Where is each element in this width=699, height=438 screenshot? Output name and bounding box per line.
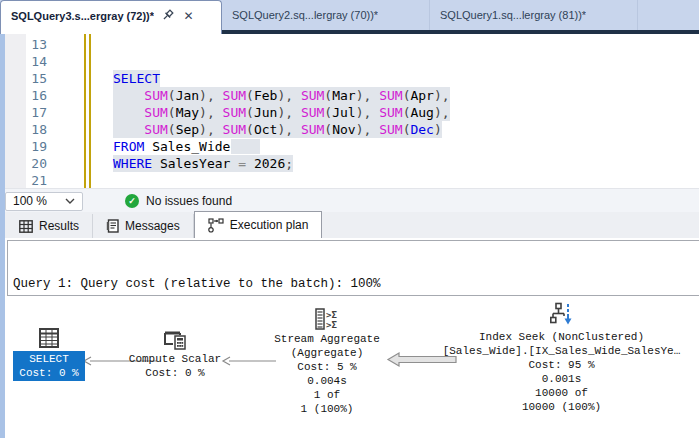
plan-node-compute-scalar[interactable]: Compute ScalarCost: 0 % xyxy=(113,330,237,380)
tab-results-label: Results xyxy=(39,219,79,233)
execution-plan-pane: Query 1: Query cost (relative to the bat… xyxy=(0,238,699,438)
code-line[interactable]: 13 xyxy=(0,36,699,53)
svg-text:>Σ: >Σ xyxy=(326,310,337,320)
line-number: 14 xyxy=(0,53,47,70)
plan-diagram: SELECTCost: 0 %Compute ScalarCost: 0 %>Σ… xyxy=(0,300,699,438)
zoom-level-value: 100 % xyxy=(13,194,47,208)
line-number: 19 xyxy=(0,138,47,155)
pin-icon[interactable] xyxy=(160,8,175,23)
line-number: 20 xyxy=(0,155,47,172)
execution-plan-icon xyxy=(208,218,224,233)
tab-sqlquery1-label: SQLQuery1.sq...lergray (81))* xyxy=(440,9,586,21)
code-line[interactable]: 21 xyxy=(0,172,699,188)
plan-header[interactable]: Query 1: Query cost (relative to the bat… xyxy=(7,240,699,296)
plan-query-cost-line: Query 1: Query cost (relative to the bat… xyxy=(13,276,699,292)
tab-sqlquery1[interactable]: SQLQuery1.sq...lergray (81))* xyxy=(430,0,638,30)
code-text: SUM(Jan), SUM(Feb), SUM(Mar), SUM(Apr), xyxy=(113,87,450,104)
select-result-icon xyxy=(8,328,90,348)
tab-sqlquery2-label: SQLQuery2.sq...lergray (70))* xyxy=(232,9,378,21)
line-number: 16 xyxy=(0,87,47,104)
chevron-down-icon xyxy=(65,198,75,204)
code-text: WHERE SalesYear = 2026; xyxy=(113,155,293,172)
code-text: SELECT xyxy=(113,70,160,87)
compute-scalar-icon xyxy=(113,330,237,350)
code-line[interactable]: 19FROM Sales_Wide xyxy=(0,138,699,155)
plan-node-label: Index Seek (NonClustered)[Sales_Wide].[I… xyxy=(424,330,699,414)
tab-execution-plan-label: Execution plan xyxy=(230,218,309,232)
line-number: 15 xyxy=(0,70,47,87)
close-icon[interactable]: ✕ xyxy=(181,8,196,23)
code-line[interactable]: 20WHERE SalesYear = 2026; xyxy=(0,155,699,172)
index-seek-icon xyxy=(424,302,699,328)
window-left-border xyxy=(0,34,5,438)
line-number: 18 xyxy=(0,121,47,138)
plan-node-select[interactable]: SELECTCost: 0 % xyxy=(8,328,90,381)
check-circle-icon: ✓ xyxy=(125,194,139,208)
tab-messages-label: Messages xyxy=(125,219,180,233)
line-number: 21 xyxy=(0,172,47,188)
tab-sqlquery2[interactable]: SQLQuery2.sq...lergray (70))* xyxy=(222,0,430,30)
code-text: SUM(Sep), SUM(Oct), SUM(Nov), SUM(Dec) xyxy=(113,121,442,138)
editor-lines: 131415SELECT16 SUM(Jan), SUM(Feb), SUM(M… xyxy=(0,36,699,188)
document-tabstrip: SQLQuery3.s...ergray (72))* ✕ SQLQuery2.… xyxy=(0,0,699,30)
tab-sqlquery3-label: SQLQuery3.s...ergray (72))* xyxy=(11,10,154,22)
plan-node-label: Compute ScalarCost: 0 % xyxy=(113,352,237,380)
results-grid-icon xyxy=(19,220,33,233)
plan-node-label: SELECTCost: 0 % xyxy=(13,351,84,381)
plan-node-label: Stream Aggregate(Aggregate)Cost: 5 %0.00… xyxy=(255,332,399,416)
tab-results[interactable]: Results xyxy=(6,214,93,238)
code-health-indicator[interactable]: ✓ No issues found xyxy=(125,194,232,208)
ssms-window: SQLQuery3.s...ergray (72))* ✕ SQLQuery2.… xyxy=(0,0,699,438)
tab-messages[interactable]: Messages xyxy=(93,214,194,238)
code-line[interactable]: 14 xyxy=(0,53,699,70)
results-tabstrip: Results Messages Execution plan xyxy=(0,212,699,238)
sql-editor[interactable]: 131415SELECT16 SUM(Jan), SUM(Feb), SUM(M… xyxy=(0,34,699,188)
tab-sqlquery3[interactable]: SQLQuery3.s...ergray (72))* ✕ xyxy=(0,0,222,34)
code-text: SUM(May), SUM(Jun), SUM(Jul), SUM(Aug), xyxy=(113,104,450,121)
plan-node-stream-aggregate[interactable]: >Σ>ΣStream Aggregate(Aggregate)Cost: 5 %… xyxy=(255,308,399,416)
line-number: 17 xyxy=(0,104,47,121)
stream-aggregate-icon: >Σ>Σ xyxy=(255,308,399,330)
code-line[interactable]: 17 SUM(May), SUM(Jun), SUM(Jul), SUM(Aug… xyxy=(0,104,699,121)
editor-statusbar: 100 % ✓ No issues found xyxy=(0,188,699,213)
code-text: FROM Sales_Wide xyxy=(113,138,230,155)
svg-text:>Σ: >Σ xyxy=(326,320,337,330)
messages-icon xyxy=(106,219,119,233)
health-message: No issues found xyxy=(146,194,232,208)
plan-node-index-seek[interactable]: Index Seek (NonClustered)[Sales_Wide].[I… xyxy=(424,302,699,414)
code-line[interactable]: 18 SUM(Sep), SUM(Oct), SUM(Nov), SUM(Dec… xyxy=(0,121,699,138)
code-line[interactable]: 15SELECT xyxy=(0,70,699,87)
selection-remnant xyxy=(231,139,260,154)
tab-execution-plan[interactable]: Execution plan xyxy=(194,211,323,238)
code-line[interactable]: 16 SUM(Jan), SUM(Feb), SUM(Mar), SUM(Apr… xyxy=(0,87,699,104)
line-number: 13 xyxy=(0,36,47,53)
zoom-level-dropdown[interactable]: 100 % xyxy=(5,192,83,211)
